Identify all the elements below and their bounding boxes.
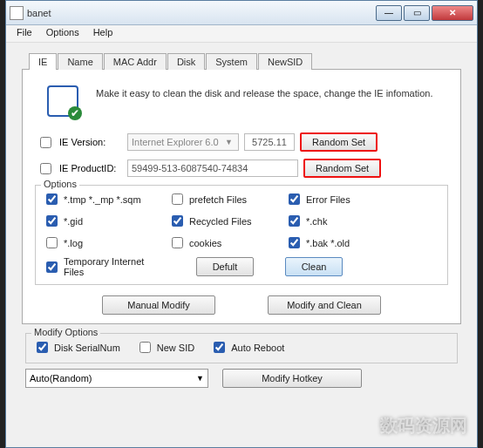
modify-hotkey-button[interactable]: Modify Hotkey	[222, 369, 362, 388]
random-set-product-button[interactable]: Random Set	[303, 159, 381, 178]
menubar: File Options Help	[6, 25, 477, 43]
app-window: banet — ▭ ✕ File Options Help IE Name MA…	[5, 0, 478, 448]
tab-system[interactable]: System	[206, 53, 257, 70]
titlebar: banet — ▭ ✕	[6, 1, 477, 25]
close-button[interactable]: ✕	[432, 5, 473, 21]
tab-disk[interactable]: Disk	[167, 53, 205, 70]
tab-panel-ie: Make it easy to clean the disk and relea…	[22, 69, 461, 324]
opt-tempie[interactable]: Temporary Internet Files	[43, 256, 165, 277]
tab-mac[interactable]: MAC Addr	[104, 53, 167, 70]
opt-tmp[interactable]: *.tmp *._mp *.sqm	[43, 191, 165, 207]
ie-build-input[interactable]	[244, 133, 295, 151]
mode-select[interactable]: Auto(Random) ▼	[25, 369, 208, 388]
mode-select-value: Auto(Random)	[30, 373, 92, 384]
opt-tmp-checkbox[interactable]	[46, 193, 58, 205]
chevron-down-icon: ▼	[196, 374, 204, 383]
menu-help[interactable]: Help	[86, 25, 120, 42]
content-area: IE Name MAC Addr Disk System NewSID Make…	[6, 43, 477, 395]
ie-version-checkbox[interactable]	[40, 137, 51, 148]
clipboard-check-icon	[47, 85, 78, 117]
manual-modify-button[interactable]: Manual Modify	[102, 295, 215, 315]
opt-cookies-checkbox[interactable]	[172, 237, 183, 248]
random-set-version-button[interactable]: Random Set	[300, 132, 378, 152]
opt-auto-reboot-checkbox[interactable]	[214, 342, 225, 353]
clean-button[interactable]: Clean	[285, 257, 343, 276]
menu-file[interactable]: File	[10, 25, 39, 42]
intro-text: Make it easy to clean the disk and relea…	[96, 85, 432, 103]
opt-prefetch[interactable]: prefetch Files	[168, 191, 282, 207]
modify-options-row: Disk SerialNum New SID Auto Reboot	[33, 339, 450, 356]
opt-new-sid[interactable]: New SID	[136, 339, 194, 356]
opt-gid[interactable]: *.gid	[43, 213, 165, 229]
window-controls: — ▭ ✕	[376, 5, 473, 21]
options-title: Options	[41, 179, 79, 189]
default-button[interactable]: Defult	[196, 257, 254, 276]
intro-row: Make it easy to clean the disk and relea…	[47, 85, 445, 117]
ie-product-label: IE ProductID:	[59, 163, 122, 173]
options-grid: *.tmp *._mp *.sqm prefetch Files Error F…	[43, 191, 440, 277]
opt-chk[interactable]: *.chk	[285, 213, 390, 229]
chevron-down-icon: ▼	[225, 138, 233, 146]
opt-error-checkbox[interactable]	[289, 193, 300, 205]
ie-version-row: IE Version: Internet Explorer 6.0 ▼ Rand…	[37, 132, 448, 152]
opt-prefetch-checkbox[interactable]	[172, 193, 183, 205]
opt-recycled[interactable]: Recycled Files	[168, 213, 282, 229]
options-group: Options *.tmp *._mp *.sqm prefetch Files…	[35, 185, 448, 285]
modify-and-clean-button[interactable]: Modify and Clean	[268, 295, 381, 315]
opt-cookies[interactable]: cookies	[168, 234, 282, 251]
opt-tempie-checkbox[interactable]	[46, 261, 58, 273]
window-title: banet	[27, 8, 376, 18]
ie-version-select[interactable]: Internet Explorer 6.0 ▼	[127, 133, 239, 151]
tab-ie[interactable]: IE	[29, 53, 57, 70]
opt-gid-checkbox[interactable]	[46, 215, 58, 227]
modify-options-group: Modify Options Disk SerialNum New SID Au…	[25, 333, 458, 363]
ie-product-input[interactable]	[127, 160, 298, 177]
ie-product-checkbox[interactable]	[40, 163, 51, 174]
opt-disk-serial-checkbox[interactable]	[37, 342, 48, 353]
app-icon	[10, 6, 24, 20]
ie-product-row: IE ProductID: Random Set	[37, 159, 448, 178]
action-row: Manual Modify Modify and Clean	[35, 295, 448, 315]
opt-recycled-checkbox[interactable]	[172, 215, 183, 227]
opt-log[interactable]: *.log	[43, 234, 165, 251]
menu-options[interactable]: Options	[39, 25, 86, 42]
tab-name[interactable]: Name	[58, 53, 102, 70]
bottom-row: Auto(Random) ▼ Modify Hotkey	[25, 369, 458, 388]
tab-strip: IE Name MAC Addr Disk System NewSID	[29, 53, 461, 70]
opt-error[interactable]: Error Files	[285, 191, 390, 207]
opt-bak-checkbox[interactable]	[289, 237, 300, 248]
maximize-button[interactable]: ▭	[404, 5, 430, 21]
opt-bak[interactable]: *.bak *.old	[285, 234, 390, 251]
opt-new-sid-checkbox[interactable]	[139, 342, 151, 353]
tab-newsid[interactable]: NewSID	[258, 53, 312, 70]
opt-chk-checkbox[interactable]	[289, 215, 300, 227]
opt-disk-serial[interactable]: Disk SerialNum	[33, 339, 120, 356]
opt-log-checkbox[interactable]	[46, 237, 58, 248]
modify-options-title: Modify Options	[31, 327, 100, 337]
opt-auto-reboot[interactable]: Auto Reboot	[210, 339, 284, 356]
minimize-button[interactable]: —	[376, 5, 402, 21]
ie-version-value: Internet Explorer 6.0	[132, 137, 219, 147]
ie-version-label: IE Version:	[59, 137, 122, 147]
